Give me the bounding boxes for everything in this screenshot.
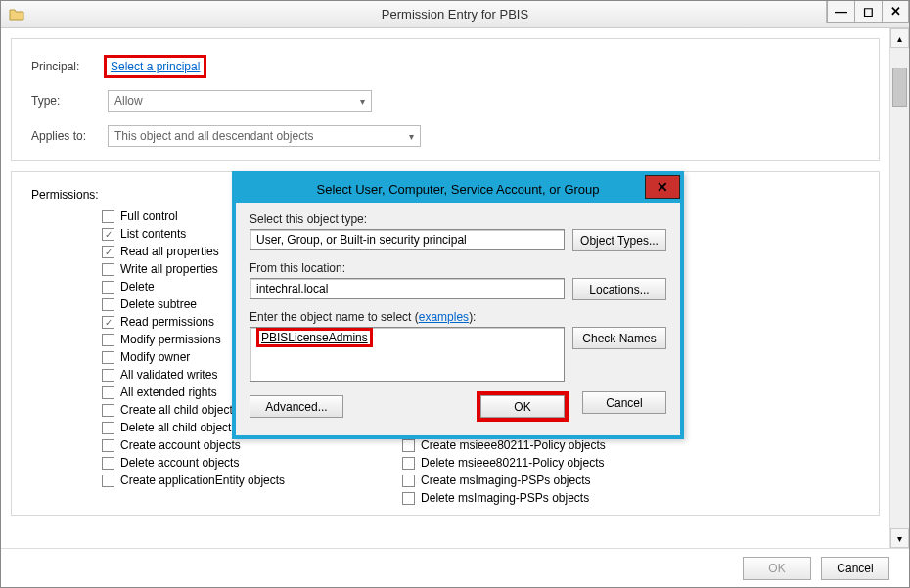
- folder-icon: [9, 7, 24, 23]
- permission-item: Create applicationEntity objects: [102, 474, 285, 487]
- permission-checkbox[interactable]: [102, 386, 114, 399]
- applies-dropdown[interactable]: This object and all descendant objects: [108, 125, 421, 147]
- permission-checkbox[interactable]: [102, 351, 114, 364]
- type-dropdown[interactable]: Allow: [108, 90, 372, 112]
- type-value: Allow: [114, 94, 143, 108]
- select-object-footer: Advanced... OK Cancel: [250, 391, 666, 422]
- permission-label: Modify owner: [120, 350, 190, 364]
- permission-label: All validated writes: [120, 368, 217, 382]
- object-type-field: User, Group, or Built-in security princi…: [250, 229, 565, 250]
- permission-checkbox[interactable]: [402, 457, 415, 470]
- permission-label: Delete subtree: [120, 297, 197, 311]
- select-object-cancel-button[interactable]: Cancel: [582, 391, 666, 414]
- permission-checkbox[interactable]: [102, 210, 114, 223]
- applies-label: Applies to:: [31, 129, 108, 143]
- permission-label: Write all properties: [120, 262, 218, 276]
- permission-label: Delete all child objects: [120, 421, 237, 434]
- advanced-button[interactable]: Advanced...: [250, 395, 343, 418]
- highlight-select-principal: Select a principal: [104, 55, 206, 78]
- permission-label: Delete msImaging-PSPs objects: [421, 491, 589, 505]
- minimize-button[interactable]: —: [827, 1, 854, 23]
- permission-checkbox[interactable]: [102, 334, 114, 346]
- permission-checkbox[interactable]: [102, 475, 114, 487]
- cancel-button[interactable]: Cancel: [821, 557, 889, 580]
- scroll-down-button[interactable]: ▾: [890, 528, 909, 548]
- object-name-input[interactable]: PBISLicenseAdmins: [250, 327, 565, 382]
- scroll-thumb[interactable]: [892, 68, 907, 107]
- scroll-up-button[interactable]: ▴: [890, 28, 909, 48]
- permission-checkbox[interactable]: [102, 369, 114, 382]
- select-object-ok-button[interactable]: OK: [480, 395, 565, 418]
- type-label: Type:: [31, 94, 108, 108]
- examples-link[interactable]: examples: [419, 310, 469, 324]
- permission-item: Create msieee80211-Policy objects: [402, 438, 662, 452]
- permission-label: Delete account objects: [120, 456, 239, 470]
- permission-item: Delete msieee80211-Policy objects: [402, 456, 662, 470]
- window-controls: — ◻ ✕: [826, 1, 909, 23]
- permission-checkbox[interactable]: [402, 439, 415, 452]
- select-object-title: Select User, Computer, Service Account, …: [316, 182, 599, 197]
- permission-label: List contents: [120, 227, 186, 241]
- permission-checkbox[interactable]: [402, 492, 415, 505]
- select-object-dialog: Select User, Computer, Service Account, …: [232, 171, 684, 439]
- permission-label: All extended rights: [120, 385, 217, 399]
- object-types-button[interactable]: Object Types...: [572, 229, 666, 251]
- permission-entry-window: Permission Entry for PBIS — ◻ ✕ Principa…: [0, 0, 910, 588]
- object-name-label: Enter the object name to select (example…: [250, 310, 666, 324]
- applies-value: This object and all descendant objects: [114, 129, 313, 143]
- permission-label: Create msImaging-PSPs objects: [421, 474, 590, 487]
- permission-checkbox[interactable]: [102, 316, 114, 329]
- highlight-object-name: PBISLicenseAdmins: [256, 328, 373, 347]
- select-principal-link[interactable]: Select a principal: [111, 60, 200, 73]
- permission-label: Full control: [120, 209, 178, 223]
- window-title: Permission Entry for PBIS: [382, 7, 528, 22]
- principal-label: Principal:: [31, 60, 108, 73]
- permission-checkbox[interactable]: [102, 439, 114, 452]
- object-type-label: Select this object type:: [250, 212, 666, 226]
- ok-button[interactable]: OK: [743, 557, 811, 580]
- permission-checkbox[interactable]: [102, 422, 114, 434]
- permission-label: Read all properties: [120, 245, 219, 258]
- permission-label: Create applicationEntity objects: [120, 474, 285, 487]
- permission-item: Delete account objects: [102, 456, 285, 470]
- select-object-close-button[interactable]: ✕: [645, 175, 680, 199]
- highlight-ok: OK: [477, 391, 569, 422]
- permission-label: Create msieee80211-Policy objects: [421, 438, 606, 452]
- permission-label: Modify permissions: [120, 333, 221, 346]
- titlebar: Permission Entry for PBIS — ◻ ✕: [1, 1, 909, 28]
- permission-checkbox[interactable]: [402, 475, 415, 487]
- permission-checkbox[interactable]: [102, 228, 114, 241]
- principal-panel: Principal: Select a principal Type: Allo…: [11, 38, 880, 161]
- select-object-body: Select this object type: User, Group, or…: [236, 203, 680, 435]
- locations-button[interactable]: Locations...: [572, 278, 666, 300]
- select-object-titlebar: Select User, Computer, Service Account, …: [236, 175, 680, 203]
- permission-label: Create all child objects: [120, 403, 239, 417]
- location-field: intechral.local: [250, 278, 565, 299]
- object-name-value: PBISLicenseAdmins: [261, 331, 368, 344]
- dialog-footer: OK Cancel: [1, 548, 909, 587]
- permission-label: Create account objects: [120, 438, 241, 452]
- permission-label: Read permissions: [120, 315, 214, 329]
- permission-checkbox[interactable]: [102, 263, 114, 276]
- permission-checkbox[interactable]: [102, 281, 114, 294]
- permission-checkbox[interactable]: [102, 246, 114, 258]
- permission-label: Delete msieee80211-Policy objects: [421, 456, 604, 470]
- permission-label: Delete: [120, 280, 155, 294]
- vertical-scrollbar[interactable]: ▴ ▾: [889, 28, 909, 548]
- permission-item: Create account objects: [102, 438, 285, 452]
- permission-item: Create msImaging-PSPs objects: [402, 474, 662, 487]
- permission-item: Delete msImaging-PSPs objects: [402, 491, 662, 505]
- location-label: From this location:: [250, 261, 666, 275]
- permission-checkbox[interactable]: [102, 404, 114, 417]
- permission-checkbox[interactable]: [102, 457, 114, 470]
- check-names-button[interactable]: Check Names: [572, 327, 666, 349]
- permission-checkbox[interactable]: [102, 298, 114, 311]
- maximize-button[interactable]: ◻: [854, 1, 882, 23]
- close-button[interactable]: ✕: [882, 1, 909, 23]
